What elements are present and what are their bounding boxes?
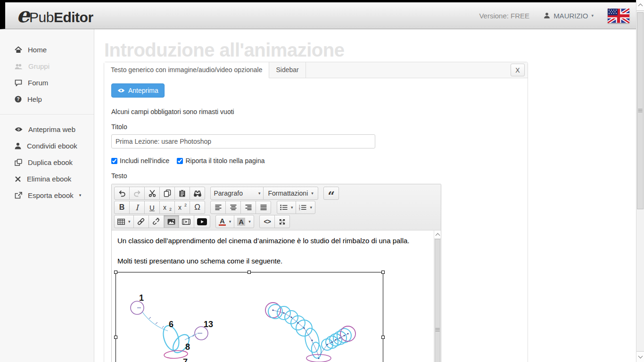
sub-base: x [163,204,166,211]
sidebar-item-label: Elimina ebook [27,175,71,183]
scissors-icon [149,189,156,197]
tab-testo-generico[interactable]: Testo generico con immagine/audio/video … [104,62,269,78]
checkbox-riporta-titolo[interactable]: Riporta il titolo nella pagina [177,157,264,165]
insert-image-button[interactable] [164,215,179,228]
sidebar-item-forum[interactable]: Forum [0,74,94,91]
editor-scrollbar[interactable] [434,230,441,362]
chevron-up-icon [435,233,440,238]
diagram-label-8: 8 [185,342,190,352]
remove-link-button[interactable] [149,215,164,228]
sidebar-item-label: Help [27,95,42,103]
align-justify-button[interactable] [256,201,271,214]
selection-handle[interactable] [248,271,251,274]
sidebar-item-anteprima-web[interactable]: Anteprima web [0,121,94,138]
table-icon [117,219,125,225]
window-scroll-thumb[interactable] [637,12,644,209]
table-button[interactable]: ▾ [114,215,134,228]
image-icon [167,219,175,225]
sup-idx: 2 [184,203,187,207]
tab-bar: Testo generico con immagine/audio/video … [104,62,528,78]
text-color-a: A [219,217,226,226]
paragraph-dropdown-label: Paragrafo [214,189,242,197]
fullscreen-icon [279,218,286,225]
paste-icon [179,189,186,197]
fullscreen-button[interactable] [274,215,290,228]
sup-base: x [178,204,182,211]
anteprima-button[interactable]: Anteprima [111,83,165,98]
insert-media-button[interactable] [179,215,194,228]
user-menu[interactable]: MAURIZIO ▾ [544,12,594,20]
special-char-button[interactable]: Ω [190,201,205,214]
testo-label: Testo [111,172,520,180]
editor-content-area[interactable]: Un classico dell’apprendimento del cinem… [112,230,441,362]
undo-button[interactable] [114,187,130,200]
chevron-up-icon [638,4,643,8]
home-icon [15,46,22,53]
editor-scroll-thumb[interactable] [435,239,440,362]
source-code-button[interactable]: <> [259,215,275,228]
redo-button[interactable] [129,187,145,200]
copy-button[interactable] [159,187,175,200]
sidebar-item-label: Condividi ebook [27,142,77,150]
italic-button[interactable]: I [129,201,145,214]
subscript-button[interactable]: x2 [159,201,175,214]
selection-handle[interactable] [381,336,385,339]
sidebar-item-label: Esporta ebook [28,191,74,199]
caret-down-icon: ▾ [291,206,293,210]
checkbox-label: Includi nell'indice [120,157,169,165]
text-color-button[interactable]: A▾ [215,215,234,228]
language-flag-icon[interactable] [608,8,629,23]
svg-text:?: ? [17,97,19,102]
tab-sidebar[interactable]: Sidebar [269,62,305,78]
superscript-button[interactable]: x2 [174,201,190,214]
align-center-icon [230,205,237,210]
sidebar-item-home[interactable]: Home [0,41,94,58]
background-color-button[interactable]: A▾ [234,215,254,228]
editor-toolbar: Paragrafo ▾ Formattazioni ▾ “ [112,184,441,230]
align-center-button[interactable] [225,201,241,214]
version-label: Versione: FREE [479,12,529,20]
toolbar-row-3: ▾ A▾ A▾ <> [114,215,438,228]
titolo-input[interactable] [111,134,375,148]
bold-button[interactable]: B [114,201,130,214]
checkbox-includi-indice[interactable]: Includi nell'indice [111,157,169,165]
formats-dropdown[interactable]: Formattazioni ▾ [263,187,318,200]
align-right-button[interactable] [240,201,256,214]
sidebar-item-help[interactable]: ? Help [0,91,94,107]
paragraph-format-dropdown[interactable]: Paragrafo ▾ [210,187,264,200]
sidebar-item-esporta-ebook[interactable]: Esporta ebook ▾ [0,187,94,204]
sidebar-item-duplica-ebook[interactable]: Duplica ebook [0,154,94,171]
close-panel-button[interactable]: X [511,64,525,76]
window-scroll-up-button[interactable] [636,0,644,11]
selection-handle[interactable] [381,271,385,274]
paste-button[interactable] [174,187,190,200]
person-icon [15,142,21,149]
caret-down-icon: ▾ [591,14,594,18]
riporta-titolo-checkbox[interactable] [177,158,183,164]
editor-paragraph[interactable]: Un classico dell’apprendimento del cinem… [112,230,441,246]
window-scroll-down-button[interactable] [636,351,644,362]
bullet-list-button[interactable]: ▾ [277,201,297,214]
app-logo[interactable]: ePubEditor [17,6,93,25]
page-title: Introduzione all'animazione [104,40,344,61]
insert-video-button[interactable] [194,215,210,228]
editor-scroll-up-button[interactable] [434,230,441,239]
sidebar-item-elimina-ebook[interactable]: Elimina ebook [0,171,94,187]
find-replace-button[interactable] [190,187,205,200]
insert-link-button[interactable] [133,215,149,228]
selection-handle[interactable] [114,271,117,274]
cut-button[interactable] [144,187,160,200]
media-icon [182,219,190,225]
sub-idx: 2 [169,207,172,212]
window-scrollbar[interactable] [636,0,644,362]
editor-paragraph[interactable]: Molti testi presentano uno schema come i… [112,246,441,266]
selected-image[interactable]: 1 6 13 8 7 [116,272,383,362]
underline-button[interactable]: U [144,201,160,214]
includi-indice-checkbox[interactable] [111,158,117,164]
copy-icon [164,189,171,197]
align-left-button[interactable] [210,201,226,214]
sidebar-item-condividi-ebook[interactable]: Condividi ebook [0,138,94,154]
numbered-list-button[interactable]: 123▾ [296,201,315,214]
selection-handle[interactable] [114,336,117,339]
blockquote-button[interactable]: “ [323,187,339,200]
